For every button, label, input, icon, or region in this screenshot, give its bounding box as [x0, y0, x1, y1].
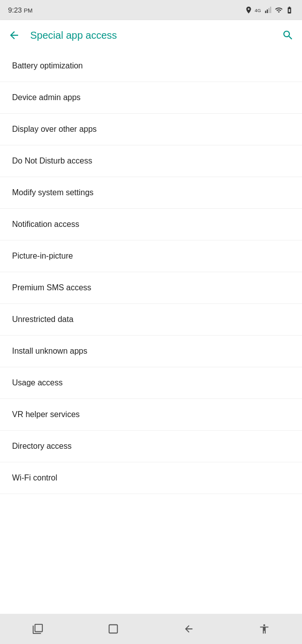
- list-item-device-admin-apps[interactable]: Device admin apps: [0, 82, 302, 114]
- status-icons: 4G: [245, 6, 294, 14]
- list-item-premium-sms-access[interactable]: Premium SMS access: [0, 272, 302, 304]
- status-bar: 9:23 PM 4G: [0, 0, 302, 20]
- list-item-display-over-other-apps[interactable]: Display over other apps: [0, 114, 302, 145]
- signal-lte-icon: 4G: [255, 6, 263, 14]
- page-title: Special app access: [30, 30, 272, 41]
- recent-apps-button[interactable]: [25, 619, 50, 639]
- svg-rect-5: [109, 625, 118, 633]
- toolbar: Special app access: [0, 20, 302, 50]
- list-item-usage-access[interactable]: Usage access: [0, 367, 302, 399]
- svg-rect-4: [270, 7, 271, 13]
- svg-rect-2: [267, 10, 268, 13]
- settings-list: Battery optimizationDevice admin appsDis…: [0, 50, 302, 614]
- svg-rect-1: [265, 11, 266, 13]
- list-item-vr-helper-services[interactable]: VR helper services: [0, 399, 302, 431]
- list-item-directory-access[interactable]: Directory access: [0, 431, 302, 462]
- list-item-battery-optimization[interactable]: Battery optimization: [0, 50, 302, 82]
- list-item-wifi-control[interactable]: Wi-Fi control: [0, 462, 302, 494]
- accessibility-icon: [259, 623, 270, 634]
- battery-icon: [285, 6, 294, 14]
- list-item-do-not-disturb-access[interactable]: Do Not Disturb access: [0, 145, 302, 177]
- svg-rect-3: [268, 8, 269, 13]
- back-arrow-icon: [8, 29, 20, 41]
- wifi-icon: [275, 6, 283, 14]
- list-item-notification-access[interactable]: Notification access: [0, 209, 302, 240]
- list-item-install-unknown-apps[interactable]: Install unknown apps: [0, 336, 302, 367]
- search-icon: [282, 29, 294, 41]
- back-button[interactable]: [8, 29, 20, 41]
- search-button[interactable]: [282, 29, 294, 41]
- location-icon: [245, 6, 253, 14]
- list-item-modify-system-settings[interactable]: Modify system settings: [0, 177, 302, 209]
- accessibility-button[interactable]: [252, 619, 277, 639]
- back-nav-icon: [183, 623, 194, 634]
- list-item-unrestricted-data[interactable]: Unrestricted data: [0, 304, 302, 336]
- back-nav-button[interactable]: [176, 619, 201, 639]
- home-button[interactable]: [101, 619, 126, 639]
- signal-bars-icon: [265, 6, 273, 14]
- svg-text:4G: 4G: [255, 8, 261, 13]
- list-item-picture-in-picture[interactable]: Picture-in-picture: [0, 240, 302, 272]
- status-time: 9:23 PM: [8, 6, 33, 14]
- recent-apps-icon: [32, 623, 43, 634]
- navigation-bar: [0, 614, 302, 644]
- home-icon: [108, 623, 119, 634]
